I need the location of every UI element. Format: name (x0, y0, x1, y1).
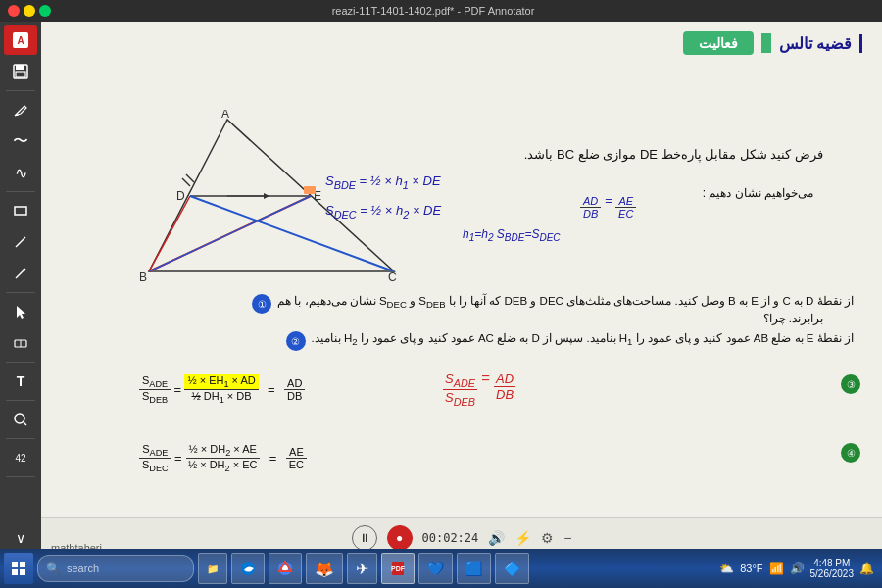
formula-ratio-top: AD DB = AE EC (580, 193, 636, 220)
toolbar: A 〜 ∿ (0, 22, 41, 588)
taskbar-edge[interactable] (231, 553, 265, 584)
triangle-diagram: A B C D E (139, 110, 404, 286)
problem-statement: فرض کنید شکل مقابل پاره‌خط DE موازی ضلع … (524, 147, 823, 162)
svg-rect-27 (12, 562, 18, 567)
svg-point-10 (15, 414, 24, 423)
formula-h1h2: h1=h2 SBDE=SDEC (463, 227, 561, 243)
content-area: فعالیت قضیه تالس فرض کنید شکل مقابل پاره… (41, 22, 882, 588)
tool-arrow[interactable] (4, 259, 37, 288)
titlebar: reazi-11T-1401-1402.pdf* - PDF Annotator (0, 0, 882, 22)
svg-text:B: B (139, 270, 147, 284)
playback-settings[interactable]: ⚙ (541, 530, 554, 546)
step4-label: ④ (841, 443, 860, 463)
svg-rect-29 (12, 569, 18, 575)
tool-rect[interactable] (4, 196, 37, 225)
svg-text:A: A (17, 35, 24, 46)
window-title: reazi-11T-1401-1402.pdf* - PDF Annotator (51, 5, 815, 17)
sound-icon[interactable]: 🔊 (790, 562, 805, 575)
svg-rect-28 (20, 562, 25, 567)
step4-fraction: SADE SDEC = ½ × DH2 × AE ½ × DH2 × EC = … (139, 443, 307, 473)
system-tray: ⛅ 83°F 📶 🔊 4:48 PM 5/26/2023 🔔 (719, 558, 878, 579)
svg-text:C: C (388, 270, 397, 284)
taskbar-firefox[interactable]: 🦊 (306, 553, 343, 584)
step3-fraction: SADE SDEB = ½ × EH1 × AD ½ DH1 × DB = AD… (139, 374, 305, 405)
tool-save[interactable] (4, 57, 37, 86)
temperature: 83°F (740, 563, 762, 574)
pdf-page: فعالیت قضیه تالس فرض کنید شکل مقابل پاره… (41, 22, 882, 588)
weather-icon: ⛅ (719, 562, 734, 575)
svg-line-6 (16, 237, 25, 247)
tool-logo[interactable]: A (4, 25, 37, 55)
stop-button[interactable]: ● (387, 525, 413, 551)
step2: از نقطهٔ E به ضلع AB عمود کنید و پای عمو… (100, 331, 862, 351)
page-header: فعالیت قضیه تالس (683, 31, 862, 55)
svg-text:PDF: PDF (391, 565, 406, 572)
maximize-button[interactable] (39, 5, 51, 17)
speed-button[interactable]: ⚡ (514, 530, 531, 546)
pause-button[interactable]: ⏸ (352, 525, 377, 551)
tool-line[interactable] (4, 227, 37, 257)
tool-cursor[interactable] (4, 297, 37, 326)
taskbar-app3[interactable]: 🔷 (495, 553, 529, 584)
taskbar-app2[interactable]: 🟦 (457, 553, 491, 584)
svg-rect-26 (304, 186, 316, 194)
page-title: قضیه تالس (779, 34, 862, 53)
notification-icon[interactable]: 🔔 (859, 562, 874, 575)
taskbar-search[interactable]: 🔍 search (37, 555, 194, 582)
app-container: A 〜 ∿ (0, 22, 882, 588)
clock-time: 4:48 PM (810, 558, 855, 568)
svg-line-24 (149, 196, 311, 271)
close-button[interactable] (8, 5, 20, 17)
taskbar-file-explorer[interactable]: 📁 (198, 553, 227, 584)
activity-badge: فعالیت (683, 31, 754, 55)
taskbar: 🔍 search 📁 🦊 ✈ PDF 💙 🟦 🔷 ⛅ 83°F 📶 🔊 (0, 549, 882, 588)
svg-text:D: D (176, 189, 185, 203)
want-to-show: می‌خواهیم نشان دهیم : (703, 186, 813, 200)
clock-date: 5/26/2023 (810, 568, 855, 579)
formula-sbde: SBDE = ½ × h1 × DE (325, 173, 441, 191)
minimize-button[interactable] (24, 5, 35, 17)
tool-wave[interactable]: ∿ (4, 158, 37, 187)
svg-line-17 (182, 178, 190, 186)
clock: 4:48 PM 5/26/2023 (810, 558, 855, 579)
tool-zoom[interactable] (4, 405, 37, 434)
svg-line-11 (24, 422, 26, 425)
handwritten-step3: SADE SDEB = AD DB (443, 369, 515, 407)
start-button[interactable] (4, 553, 33, 584)
tool-text-t[interactable]: T (4, 367, 37, 396)
tool-eraser[interactable] (4, 328, 37, 358)
tool-curve[interactable]: 〜 (4, 126, 37, 156)
svg-rect-3 (16, 65, 24, 70)
time-display: 00:02:24 (422, 531, 479, 545)
svg-rect-4 (16, 72, 25, 77)
tool-pen[interactable] (4, 95, 37, 124)
taskbar-chrome[interactable] (269, 553, 302, 584)
svg-rect-5 (15, 207, 26, 215)
volume-button[interactable]: 🔊 (488, 530, 505, 546)
search-label: search (67, 563, 99, 574)
zoom-out-button[interactable]: − (564, 530, 571, 546)
step3-label: ③ (841, 374, 860, 394)
taskbar-app1[interactable]: 💙 (418, 553, 453, 584)
taskbar-pdf-annotator[interactable]: PDF (381, 553, 415, 584)
tool-number[interactable]: 42 (4, 443, 37, 472)
svg-line-22 (149, 196, 190, 271)
svg-text:A: A (221, 110, 229, 121)
network-icon[interactable]: 📶 (769, 562, 784, 575)
svg-line-18 (186, 174, 194, 182)
taskbar-telegram[interactable]: ✈ (347, 553, 377, 584)
svg-rect-30 (20, 569, 25, 575)
step1: از نقطهٔ D به C و از E به B وصل کنید. مس… (100, 294, 862, 314)
formula-sdec: SDEC = ½ × h2 × DE (325, 203, 441, 220)
step1-cont: برابرند. چرا؟ (763, 312, 823, 325)
